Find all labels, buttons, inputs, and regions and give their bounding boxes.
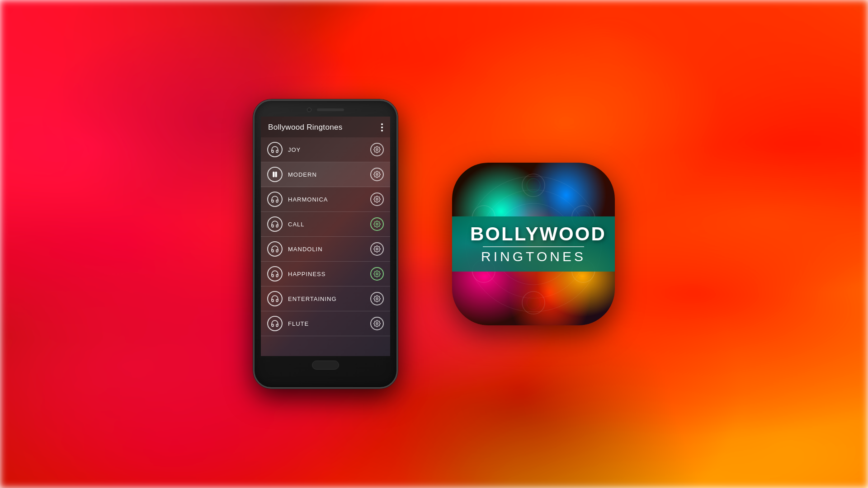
more-dot-1 <box>381 123 383 125</box>
svg-rect-2 <box>275 172 277 177</box>
phone-mockup: Bollywood Ringtones <box>253 99 398 389</box>
ringtone-item-modern[interactable]: MODERN <box>261 162 390 187</box>
ringtone-name-joy: JOY <box>288 146 301 153</box>
app-icon-title-ringtones: RINGTONES <box>470 250 597 263</box>
phone-camera <box>307 108 311 112</box>
pause-icon-modern <box>267 167 283 182</box>
ringtone-item-mandolin[interactable]: MANDOLIN <box>261 237 390 262</box>
svg-point-9 <box>376 323 378 324</box>
item-left-joy: JOY <box>267 142 301 157</box>
headphone-icon-call <box>267 216 283 232</box>
ringtone-name-happiness: HAPPINESS <box>288 271 326 277</box>
item-left-entertaining: ENTERTAINING <box>267 291 337 306</box>
headphone-icon-entertaining <box>267 291 283 306</box>
main-content: Bollywood Ringtones <box>0 0 868 488</box>
svg-point-0 <box>376 149 378 150</box>
item-left-modern: MODERN <box>267 167 317 182</box>
app-header: Bollywood Ringtones <box>261 117 390 137</box>
ringtone-name-harmonica: HARMONICA <box>288 196 328 203</box>
svg-point-5 <box>376 223 378 225</box>
ringtone-item-flute[interactable]: FLUTE <box>261 311 390 336</box>
settings-icon-modern[interactable] <box>370 168 384 181</box>
ringtone-name-mandolin: MANDOLIN <box>288 246 323 253</box>
ringtone-name-call: CALL <box>288 221 305 228</box>
settings-icon-harmonica[interactable] <box>370 192 384 206</box>
item-left-mandolin: MANDOLIN <box>267 241 323 257</box>
settings-icon-call[interactable] <box>370 217 384 231</box>
app-icon: BOLLYWOOD RINGTONES <box>452 163 615 325</box>
item-left-harmonica: HARMONICA <box>267 192 328 207</box>
app-icon-title-bollywood: BOLLYWOOD <box>470 225 597 244</box>
ringtone-item-harmonica[interactable]: HARMONICA <box>261 187 390 212</box>
more-dot-2 <box>381 127 383 128</box>
app-icon-divider <box>483 246 584 247</box>
phone-speaker <box>317 108 344 111</box>
headphone-icon-flute <box>267 316 283 331</box>
phone-top-bar <box>255 108 396 112</box>
settings-icon-happiness[interactable] <box>370 267 384 281</box>
headphone-icon-harmonica <box>267 192 283 207</box>
headphone-icon-happiness <box>267 266 283 282</box>
more-dot-3 <box>381 130 383 131</box>
ringtone-name-entertaining: ENTERTAINING <box>288 296 337 302</box>
phone-home-button[interactable] <box>312 361 339 370</box>
ringtone-item-call[interactable]: CALL <box>261 212 390 237</box>
settings-icon-entertaining[interactable] <box>370 292 384 305</box>
svg-point-7 <box>376 273 378 275</box>
app-icon-overlay: BOLLYWOOD RINGTONES <box>452 163 615 325</box>
ringtone-item-happiness[interactable]: HAPPINESS <box>261 262 390 286</box>
item-left-call: CALL <box>267 216 305 232</box>
settings-icon-mandolin[interactable] <box>370 242 384 256</box>
ringtone-name-flute: FLUTE <box>288 320 309 327</box>
app-title: Bollywood Ringtones <box>268 123 342 132</box>
item-left-happiness: HAPPINESS <box>267 266 326 282</box>
ringtone-list: JOY <box>261 137 390 336</box>
svg-rect-1 <box>273 172 274 177</box>
svg-point-8 <box>376 298 378 300</box>
svg-point-4 <box>376 198 378 200</box>
item-left-flute: FLUTE <box>267 316 309 331</box>
app-icon-banner: BOLLYWOOD RINGTONES <box>452 216 615 272</box>
svg-point-3 <box>376 174 378 175</box>
ringtone-item-entertaining[interactable]: ENTERTAINING <box>261 286 390 311</box>
settings-icon-joy[interactable] <box>370 143 384 156</box>
svg-point-6 <box>376 248 378 250</box>
ringtone-item-joy[interactable]: JOY <box>261 137 390 162</box>
phone-screen: Bollywood Ringtones <box>261 117 390 356</box>
headphone-icon-joy <box>267 142 283 157</box>
ringtone-name-modern: MODERN <box>288 171 317 178</box>
headphone-icon-mandolin <box>267 241 283 257</box>
settings-icon-flute[interactable] <box>370 317 384 330</box>
more-menu-button[interactable] <box>381 123 383 131</box>
